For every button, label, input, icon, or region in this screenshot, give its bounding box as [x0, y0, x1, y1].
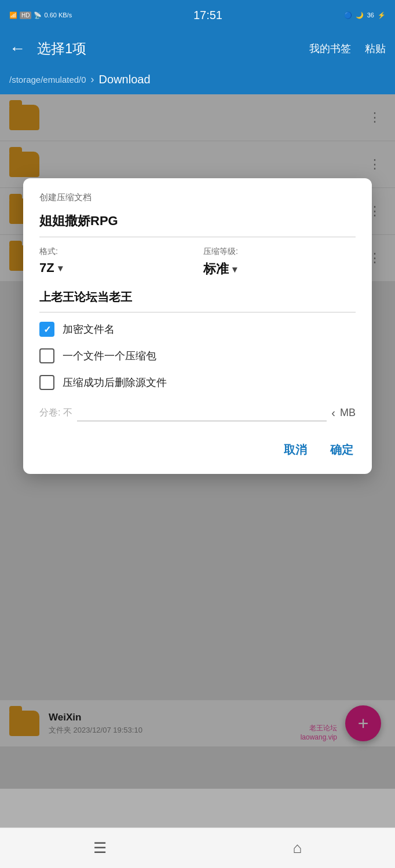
- split-volume-row: 分卷: 不 ‹ MB: [39, 402, 356, 421]
- dialog-title: 创建压缩文档: [39, 192, 356, 203]
- create-archive-dialog: 创建压缩文档 姐姐撒娇RPG 格式: 7Z ▾ 压缩等级: 标准 ▾ 上老王论坛…: [23, 178, 372, 474]
- breadcrumb: /storage/emulated/0 › Download: [0, 67, 395, 94]
- status-time: 17:51: [193, 9, 222, 22]
- cancel-button[interactable]: 取消: [281, 437, 309, 462]
- level-field: 压缩等级: 标准 ▾: [203, 247, 356, 278]
- signal-icon: 📶: [9, 12, 17, 19]
- confirm-button[interactable]: 确定: [328, 437, 356, 462]
- wifi-icon: 📡: [34, 12, 42, 19]
- format-level-row: 格式: 7Z ▾ 压缩等级: 标准 ▾: [39, 247, 356, 278]
- format-dropdown-arrow-icon: ▾: [58, 263, 63, 274]
- moon-icon: 🌙: [356, 12, 364, 19]
- level-label: 压缩等级:: [203, 247, 356, 257]
- hd-badge: HD: [20, 12, 31, 19]
- one-file-checkbox[interactable]: [39, 348, 54, 363]
- delete-source-checkbox[interactable]: [39, 375, 54, 390]
- delete-source-label: 压缩成功后删除源文件: [63, 376, 167, 389]
- password-input[interactable]: 上老王论坛当老王: [39, 282, 356, 312]
- bluetooth-icon: 🔵: [344, 12, 352, 19]
- bookmark-button[interactable]: 我的书签: [309, 42, 351, 56]
- dialog-actions: 取消 确定: [39, 435, 356, 462]
- battery-text: 36: [367, 12, 374, 19]
- back-button[interactable]: ←: [9, 39, 25, 58]
- split-input[interactable]: [77, 404, 327, 421]
- file-list: ⋮ ⋮ ⋮ ⋮ 创建压缩文档 姐姐撒娇RPG 格式: 7Z ▾ 压缩: [0, 94, 395, 789]
- filename-input[interactable]: 姐姐撒娇RPG: [39, 212, 356, 237]
- nav-actions: 我的书签 粘贴: [309, 42, 386, 56]
- encrypt-filename-checkbox[interactable]: [39, 322, 54, 337]
- split-label: 分卷: 不: [39, 407, 72, 419]
- format-dropdown[interactable]: 7Z ▾: [39, 260, 192, 275]
- breadcrumb-path[interactable]: /storage/emulated/0: [9, 75, 86, 84]
- split-arrow-icon[interactable]: ‹: [331, 406, 335, 420]
- status-left: 📶 HD 📡 0.60 KB/s: [9, 12, 72, 19]
- speed-text: 0.60 KB/s: [44, 12, 72, 19]
- breadcrumb-arrow-icon: ›: [91, 73, 94, 86]
- nav-title: 选择1项: [37, 39, 302, 58]
- checkbox-row-delete-source: 压缩成功后删除源文件: [39, 375, 356, 390]
- checkbox-row-one-file: 一个文件一个压缩包: [39, 348, 356, 363]
- format-label: 格式:: [39, 247, 192, 257]
- status-right: 🔵 🌙 36 ⚡: [344, 12, 386, 19]
- menu-icon[interactable]: ☰: [93, 839, 107, 857]
- level-dropdown-arrow-icon: ▾: [232, 264, 237, 275]
- one-file-label: 一个文件一个压缩包: [63, 349, 156, 363]
- encrypt-filename-label: 加密文件名: [63, 322, 115, 336]
- format-field: 格式: 7Z ▾: [39, 247, 192, 278]
- paste-button[interactable]: 粘贴: [365, 42, 386, 56]
- home-icon[interactable]: ⌂: [292, 839, 302, 857]
- split-unit: MB: [340, 407, 356, 419]
- bottom-nav: ☰ ⌂: [0, 827, 395, 868]
- status-bar: 📶 HD 📡 0.60 KB/s 17:51 🔵 🌙 36 ⚡: [0, 0, 395, 30]
- nav-bar: ← 选择1项 我的书签 粘贴: [0, 30, 395, 67]
- level-value: 标准: [203, 260, 229, 278]
- format-value: 7Z: [39, 260, 54, 275]
- level-dropdown[interactable]: 标准 ▾: [203, 260, 356, 278]
- checkbox-row-encrypt: 加密文件名: [39, 322, 356, 337]
- breadcrumb-current[interactable]: Download: [99, 73, 151, 86]
- battery-icon: ⚡: [378, 12, 386, 19]
